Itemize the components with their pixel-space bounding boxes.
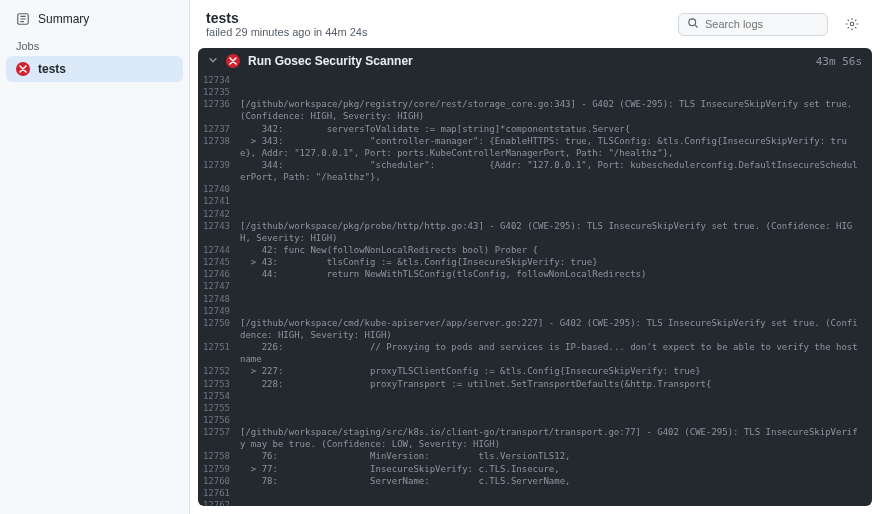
- line-text: [240, 208, 872, 220]
- log-line: 12740: [198, 183, 872, 195]
- log-line: 12737 342: serversToValidate := map[stri…: [198, 123, 872, 135]
- line-number: 12747: [198, 280, 240, 292]
- main-header: tests failed 29 minutes ago in 44m 24s: [190, 0, 880, 44]
- line-number: 12752: [198, 365, 240, 377]
- line-number: 12744: [198, 244, 240, 256]
- log-line: 12736[/github/workspace/pkg/registry/cor…: [198, 98, 872, 122]
- line-number: 12748: [198, 293, 240, 305]
- line-text: [240, 195, 872, 207]
- step-name: Run Gosec Security Scanner: [248, 54, 808, 68]
- line-text: 78: ServerName: c.TLS.ServerName,: [240, 475, 872, 487]
- line-text: 76: MinVersion: tls.VersionTLS12,: [240, 450, 872, 462]
- line-number: 12756: [198, 414, 240, 426]
- log-line: 12749: [198, 305, 872, 317]
- line-text: [240, 402, 872, 414]
- sidebar-summary[interactable]: Summary: [6, 6, 183, 32]
- search-input[interactable]: [705, 18, 819, 30]
- settings-button[interactable]: [840, 12, 864, 36]
- log-line: 12753 228: proxyTransport := utilnet.Set…: [198, 378, 872, 390]
- line-text: > 77: InsecureSkipVerify: c.TLS.Insecure…: [240, 463, 872, 475]
- sidebar-jobs-header: Jobs: [6, 32, 183, 56]
- log-line: 12752 > 227: proxyTLSClientConfig := &tl…: [198, 365, 872, 377]
- line-number: 12739: [198, 159, 240, 183]
- log-line: 12734: [198, 74, 872, 86]
- line-text: [240, 74, 872, 86]
- log-line: 12760 78: ServerName: c.TLS.ServerName,: [198, 475, 872, 487]
- log-line: 12747: [198, 280, 872, 292]
- line-number: 12734: [198, 74, 240, 86]
- line-text: [240, 86, 872, 98]
- log-line: 12742: [198, 208, 872, 220]
- line-number: 12751: [198, 341, 240, 365]
- line-text: [240, 280, 872, 292]
- line-text: 42: func New(followNonLocalRedirects boo…: [240, 244, 872, 256]
- line-number: 12755: [198, 402, 240, 414]
- log-line: 12757[/github/workspace/staging/src/k8s.…: [198, 426, 872, 450]
- line-text: [240, 487, 872, 499]
- step-duration: 43m 56s: [816, 55, 862, 68]
- log-line: 12754: [198, 390, 872, 402]
- log-line: 12748: [198, 293, 872, 305]
- chevron-down-icon: [208, 54, 218, 68]
- log-panel: Run Gosec Security Scanner 43m 56s 12734…: [198, 48, 872, 506]
- line-number: 12749: [198, 305, 240, 317]
- line-text: [240, 499, 872, 506]
- line-number: 12743: [198, 220, 240, 244]
- sidebar-summary-label: Summary: [38, 12, 89, 26]
- page-title: tests: [206, 10, 666, 26]
- page-subtitle: failed 29 minutes ago in 44m 24s: [206, 26, 666, 38]
- line-text: [240, 183, 872, 195]
- log-line: 12735: [198, 86, 872, 98]
- title-block: tests failed 29 minutes ago in 44m 24s: [206, 10, 666, 38]
- log-line: 12759 > 77: InsecureSkipVerify: c.TLS.In…: [198, 463, 872, 475]
- log-line: 12743[/github/workspace/pkg/probe/http/h…: [198, 220, 872, 244]
- line-text: 342: serversToValidate := map[string]*co…: [240, 123, 872, 135]
- log-line: 12745 > 43: tlsConfig := &tls.Config{Ins…: [198, 256, 872, 268]
- line-number: 12745: [198, 256, 240, 268]
- log-line: 12758 76: MinVersion: tls.VersionTLS12,: [198, 450, 872, 462]
- line-number: 12736: [198, 98, 240, 122]
- fail-icon: [16, 62, 30, 76]
- line-number: 12741: [198, 195, 240, 207]
- log-line: 12746 44: return NewWithTLSConfig(tlsCon…: [198, 268, 872, 280]
- line-text: [/github/workspace/cmd/kube-apiserver/ap…: [240, 317, 872, 341]
- summary-icon: [16, 12, 30, 26]
- line-number: 12757: [198, 426, 240, 450]
- line-number: 12735: [198, 86, 240, 98]
- line-number: 12759: [198, 463, 240, 475]
- log-line: 12739 344: "scheduler": {Addr: "127.0.0.…: [198, 159, 872, 183]
- log-line: 12755: [198, 402, 872, 414]
- line-text: [240, 305, 872, 317]
- log-line: 12751 226: // Proxying to pods and servi…: [198, 341, 872, 365]
- line-number: 12737: [198, 123, 240, 135]
- line-number: 12760: [198, 475, 240, 487]
- line-text: > 227: proxyTLSClientConfig := &tls.Conf…: [240, 365, 872, 377]
- search-icon: [687, 17, 699, 32]
- main-panel: tests failed 29 minutes ago in 44m 24s R…: [190, 0, 880, 514]
- line-text: 228: proxyTransport := utilnet.SetTransp…: [240, 378, 872, 390]
- log-line: 12756: [198, 414, 872, 426]
- line-text: [240, 293, 872, 305]
- line-number: 12753: [198, 378, 240, 390]
- log-line: 12750[/github/workspace/cmd/kube-apiserv…: [198, 317, 872, 341]
- sidebar-job-tests[interactable]: tests: [6, 56, 183, 82]
- log-line: 12741: [198, 195, 872, 207]
- line-number: 12750: [198, 317, 240, 341]
- line-text: [/github/workspace/pkg/probe/http/http.g…: [240, 220, 872, 244]
- sidebar-job-label: tests: [38, 62, 66, 76]
- search-box[interactable]: [678, 13, 828, 36]
- svg-point-1: [689, 18, 696, 25]
- line-text: > 343: "controller-manager": {EnableHTTP…: [240, 135, 872, 159]
- line-number: 12762: [198, 499, 240, 506]
- log-body[interactable]: 127341273512736[/github/workspace/pkg/re…: [198, 74, 872, 506]
- line-number: 12742: [198, 208, 240, 220]
- line-text: 344: "scheduler": {Addr: "127.0.0.1", Po…: [240, 159, 872, 183]
- line-text: [/github/workspace/pkg/registry/core/res…: [240, 98, 872, 122]
- line-number: 12761: [198, 487, 240, 499]
- line-number: 12746: [198, 268, 240, 280]
- svg-point-2: [850, 22, 854, 26]
- step-header[interactable]: Run Gosec Security Scanner 43m 56s: [198, 48, 872, 74]
- log-line: 12744 42: func New(followNonLocalRedirec…: [198, 244, 872, 256]
- line-text: 226: // Proxying to pods and services is…: [240, 341, 872, 365]
- line-number: 12758: [198, 450, 240, 462]
